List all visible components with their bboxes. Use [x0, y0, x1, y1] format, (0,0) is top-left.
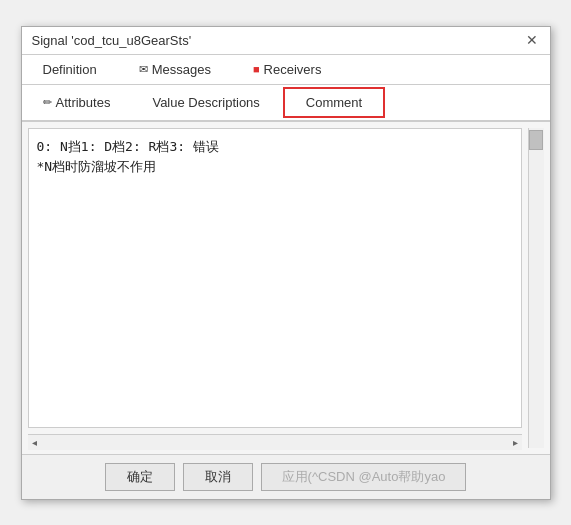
close-button[interactable]: ✕: [524, 33, 540, 47]
cancel-button[interactable]: 取消: [183, 463, 253, 491]
footer: 确定 取消 应用(^CSDN @Auto帮助yao: [22, 454, 550, 499]
scroll-right-icon[interactable]: ▸: [509, 437, 522, 448]
tab-messages[interactable]: ✉ Messages: [118, 55, 232, 84]
tab-definition-label: Definition: [43, 62, 97, 77]
vertical-scrollbar[interactable]: [528, 128, 544, 448]
tab-messages-label: Messages: [152, 62, 211, 77]
tab-receivers[interactable]: ■ Receivers: [232, 55, 342, 84]
tab-definition[interactable]: Definition: [22, 55, 118, 84]
sub-tabs: ✏ Attributes Value Descriptions Comment: [22, 85, 550, 122]
title-bar: Signal 'cod_tcu_u8GearSts' ✕: [22, 27, 550, 55]
scroll-thumb[interactable]: [529, 130, 543, 150]
attributes-icon: ✏: [43, 96, 52, 109]
horizontal-scrollbar[interactable]: ◂ ▸: [28, 434, 522, 450]
sub-tab-value-descriptions[interactable]: Value Descriptions: [131, 85, 280, 120]
sub-tab-attributes[interactable]: ✏ Attributes: [22, 85, 132, 120]
messages-icon: ✉: [139, 63, 148, 76]
comment-tab-wrapper: Comment: [283, 87, 385, 118]
scroll-left-icon[interactable]: ◂: [28, 437, 41, 448]
main-window: Signal 'cod_tcu_u8GearSts' ✕ Definition …: [21, 26, 551, 500]
content-scrollbar-area: 0: N挡1: D档2: R档3: 错误 *N档时防溜坡不作用 ◂ ▸: [22, 122, 550, 454]
sub-tab-comment-label: Comment: [306, 95, 362, 110]
apply-button[interactable]: 应用(^CSDN @Auto帮助yao: [261, 463, 467, 491]
tab-receivers-label: Receivers: [264, 62, 322, 77]
sub-tab-comment[interactable]: Comment: [285, 89, 383, 116]
ok-button[interactable]: 确定: [105, 463, 175, 491]
window-title: Signal 'cod_tcu_u8GearSts': [32, 33, 192, 48]
content-wrapper: 0: N挡1: D档2: R档3: 错误 *N档时防溜坡不作用 ◂ ▸: [22, 122, 528, 454]
content-area[interactable]: 0: N挡1: D档2: R档3: 错误 *N档时防溜坡不作用: [28, 128, 522, 428]
comment-text: 0: N挡1: D档2: R档3: 错误 *N档时防溜坡不作用: [37, 137, 513, 179]
main-tabs: Definition ✉ Messages ■ Receivers: [22, 55, 550, 85]
sub-tab-attributes-label: Attributes: [56, 95, 111, 110]
sub-tab-value-desc-label: Value Descriptions: [152, 95, 259, 110]
receivers-icon: ■: [253, 63, 260, 75]
